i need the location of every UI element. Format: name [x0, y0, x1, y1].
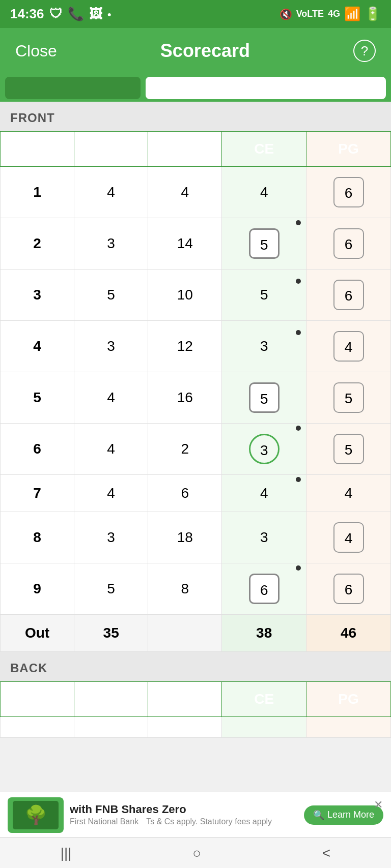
- nav-menu-button[interactable]: |||: [45, 840, 87, 866]
- dot-icon: ●: [107, 10, 111, 18]
- pg-score-box[interactable]: 6: [333, 574, 364, 604]
- stroke-dot-2: [296, 220, 301, 225]
- back-col-si: S.I.: [148, 682, 222, 717]
- stroke-dot-4: [296, 330, 301, 335]
- cell-pg-4[interactable]: 4: [306, 321, 391, 372]
- cell-si-6: 2: [148, 424, 222, 475]
- cell-hole-5: 5: [1, 372, 74, 424]
- cell-ce-9[interactable]: 6: [222, 563, 306, 615]
- ad-bank-name: First National Bank Ts & Cs apply. Statu…: [70, 816, 298, 827]
- cell-hole-6: 6: [1, 424, 74, 475]
- col-header-ce: CE: [222, 132, 306, 167]
- phone-icon: 📞: [68, 6, 84, 22]
- pg-score-box[interactable]: 4: [333, 331, 364, 362]
- cell-ce-4[interactable]: 3: [222, 321, 306, 372]
- back-scorecard-table: Hole Par S.I. CE PG: [0, 681, 391, 738]
- image-icon: 🖼: [89, 6, 102, 22]
- out-cell-pg: 46: [306, 615, 391, 652]
- score-plain[interactable]: 3: [260, 529, 268, 546]
- cell-pg-8[interactable]: 4: [306, 512, 391, 563]
- cell-si-7: 6: [148, 475, 222, 512]
- table-header-row: Hole Par S.I. CE PG: [1, 132, 391, 167]
- score-plain[interactable]: 4: [260, 485, 268, 501]
- cell-hole-7: 7: [1, 475, 74, 512]
- cell-ce-7[interactable]: 4: [222, 475, 306, 512]
- col-header-si: S.I.: [148, 132, 222, 167]
- status-bar-left: 14:36 🛡 📞 🖼 ●: [10, 6, 111, 22]
- nav-home-button[interactable]: ○: [177, 840, 216, 866]
- front-scorecard-table: Hole Par S.I. CE PG 14446231456351056431…: [0, 131, 391, 652]
- cell-si-1: 4: [148, 167, 222, 218]
- table-row: 74644: [1, 475, 391, 512]
- table-row: 351056: [1, 270, 391, 321]
- table-row: 14446: [1, 167, 391, 218]
- stroke-dot-7: [296, 477, 301, 482]
- score-plain[interactable]: 5: [260, 287, 268, 303]
- score-plain[interactable]: 4: [260, 184, 268, 200]
- cell-ce-6[interactable]: 3: [222, 424, 306, 475]
- pg-score-box[interactable]: 5: [333, 434, 364, 464]
- status-bar: 14:36 🛡 📞 🖼 ● 🔇 VoLTE 4G 📶 🔋: [0, 0, 391, 28]
- table-row: 431234: [1, 321, 391, 372]
- col-header-par: Par: [74, 132, 148, 167]
- back-col-par: Par: [74, 682, 148, 717]
- score-circle[interactable]: 3: [249, 434, 280, 464]
- stroke-dot-3: [296, 279, 301, 284]
- cell-si-2: 14: [148, 218, 222, 270]
- score-box-active[interactable]: 5: [249, 228, 280, 259]
- out-cell-ce: 38: [222, 615, 306, 652]
- pg-score-box[interactable]: 6: [333, 280, 364, 310]
- score-box-active[interactable]: 5: [249, 382, 280, 413]
- tab-bar: [0, 74, 391, 102]
- out-cell-si: [148, 615, 222, 652]
- tab-left[interactable]: [5, 77, 141, 99]
- cell-pg-6[interactable]: 5: [306, 424, 391, 475]
- cell-pg-9[interactable]: 6: [306, 563, 391, 615]
- back-col-hole: Hole: [1, 682, 74, 717]
- score-box-active[interactable]: 6: [249, 574, 280, 604]
- col-header-hole: Hole: [1, 132, 74, 167]
- cell-pg-3[interactable]: 6: [306, 270, 391, 321]
- shield-icon: 🛡: [49, 6, 63, 22]
- ad-banner: 🌳 with FNB Shares Zero First National Ba…: [0, 792, 391, 837]
- cell-hole-2: 2: [1, 218, 74, 270]
- nav-back-button[interactable]: <: [307, 840, 346, 866]
- table-row: 541655: [1, 372, 391, 424]
- back-header-row: Hole Par S.I. CE PG: [1, 682, 391, 717]
- ad-content: with FNB Shares Zero First National Bank…: [70, 803, 298, 827]
- cell-ce-5[interactable]: 5: [222, 372, 306, 424]
- cell-pg-1[interactable]: 6: [306, 167, 391, 218]
- cell-pg-7[interactable]: 4: [306, 475, 391, 512]
- cell-ce-3[interactable]: 5: [222, 270, 306, 321]
- cell-par-3: 5: [74, 270, 148, 321]
- cell-pg-2[interactable]: 6: [306, 218, 391, 270]
- cell-ce-8[interactable]: 3: [222, 512, 306, 563]
- time-display: 14:36: [10, 6, 44, 22]
- 4g-label: 4G: [328, 9, 340, 19]
- pg-score-box[interactable]: 5: [333, 382, 364, 413]
- table-row: 231456: [1, 218, 391, 270]
- help-button[interactable]: ?: [353, 40, 376, 62]
- table-row: 95866: [1, 563, 391, 615]
- score-plain[interactable]: 3: [260, 338, 268, 354]
- cell-ce-2[interactable]: 5: [222, 218, 306, 270]
- cell-ce-1[interactable]: 4: [222, 167, 306, 218]
- close-button[interactable]: Close: [15, 42, 57, 61]
- cell-hole-9: 9: [1, 563, 74, 615]
- pg-score-box[interactable]: 6: [333, 228, 364, 259]
- learn-more-icon: 🔍: [313, 810, 324, 821]
- cell-si-3: 10: [148, 270, 222, 321]
- table-row: 64235: [1, 424, 391, 475]
- pg-score-box[interactable]: 4: [333, 522, 364, 553]
- cell-par-2: 3: [74, 218, 148, 270]
- bottom-nav: ||| ○ <: [0, 837, 391, 868]
- status-bar-right: 🔇 VoLTE 4G 📶 🔋: [280, 6, 381, 22]
- header-title: Scorecard: [160, 40, 250, 62]
- cell-si-5: 16: [148, 372, 222, 424]
- tab-right[interactable]: [146, 77, 386, 99]
- cell-par-4: 3: [74, 321, 148, 372]
- cell-pg-5[interactable]: 5: [306, 372, 391, 424]
- ad-close-button[interactable]: ✕: [372, 796, 385, 814]
- fnb-label: First National Bank: [70, 817, 138, 826]
- pg-score-box[interactable]: 6: [333, 177, 364, 207]
